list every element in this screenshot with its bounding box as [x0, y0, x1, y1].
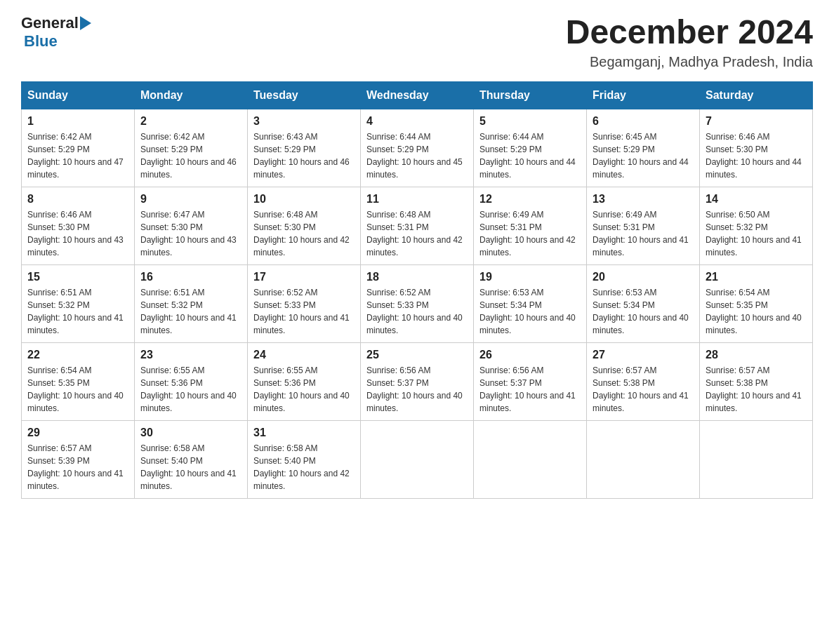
- calendar-day-cell: 20Sunrise: 6:53 AMSunset: 5:34 PMDayligh…: [587, 264, 700, 342]
- day-info: Sunrise: 6:51 AMSunset: 5:32 PMDaylight:…: [140, 286, 241, 337]
- day-info: Sunrise: 6:57 AMSunset: 5:39 PMDaylight:…: [27, 442, 128, 492]
- calendar-day-cell: 27Sunrise: 6:57 AMSunset: 5:38 PMDayligh…: [587, 342, 700, 420]
- calendar-day-cell: 24Sunrise: 6:55 AMSunset: 5:36 PMDayligh…: [248, 342, 361, 420]
- day-info: Sunrise: 6:45 AMSunset: 5:29 PMDaylight:…: [593, 130, 694, 181]
- day-number: 6: [593, 115, 694, 128]
- day-info: Sunrise: 6:43 AMSunset: 5:29 PMDaylight:…: [253, 130, 355, 181]
- calendar-week-row: 8Sunrise: 6:46 AMSunset: 5:30 PMDaylight…: [22, 187, 813, 264]
- day-info: Sunrise: 6:56 AMSunset: 5:37 PMDaylight:…: [479, 364, 581, 415]
- day-info: Sunrise: 6:53 AMSunset: 5:34 PMDaylight:…: [593, 286, 694, 337]
- day-info: Sunrise: 6:52 AMSunset: 5:33 PMDaylight:…: [366, 286, 468, 337]
- calendar-day-cell: 3Sunrise: 6:43 AMSunset: 5:29 PMDaylight…: [248, 109, 361, 187]
- day-number: 25: [366, 349, 468, 361]
- calendar-day-cell: 25Sunrise: 6:56 AMSunset: 5:37 PMDayligh…: [361, 342, 474, 420]
- weekday-header-monday: Monday: [135, 81, 248, 109]
- calendar-day-cell: 13Sunrise: 6:49 AMSunset: 5:31 PMDayligh…: [587, 187, 700, 264]
- day-info: Sunrise: 6:49 AMSunset: 5:31 PMDaylight:…: [593, 208, 694, 259]
- weekday-header-saturday: Saturday: [700, 81, 813, 109]
- day-number: 29: [27, 427, 128, 439]
- day-info: Sunrise: 6:52 AMSunset: 5:33 PMDaylight:…: [253, 286, 355, 337]
- page-header: General Blue December 2024 Begamganj, Ma…: [21, 14, 813, 70]
- day-info: Sunrise: 6:47 AMSunset: 5:30 PMDaylight:…: [140, 208, 241, 259]
- weekday-header-wednesday: Wednesday: [361, 81, 474, 109]
- calendar-day-cell: 31Sunrise: 6:58 AMSunset: 5:40 PMDayligh…: [248, 420, 361, 498]
- calendar-day-cell: 29Sunrise: 6:57 AMSunset: 5:39 PMDayligh…: [22, 420, 135, 498]
- day-number: 9: [140, 193, 241, 206]
- day-number: 28: [706, 349, 807, 361]
- calendar-day-cell: 15Sunrise: 6:51 AMSunset: 5:32 PMDayligh…: [22, 264, 135, 342]
- calendar-day-cell: 23Sunrise: 6:55 AMSunset: 5:36 PMDayligh…: [135, 342, 248, 420]
- logo-triangle-icon: [80, 16, 91, 30]
- calendar-day-cell: 17Sunrise: 6:52 AMSunset: 5:33 PMDayligh…: [248, 264, 361, 342]
- day-info: Sunrise: 6:44 AMSunset: 5:29 PMDaylight:…: [479, 130, 581, 181]
- day-info: Sunrise: 6:49 AMSunset: 5:31 PMDaylight:…: [479, 208, 581, 259]
- day-number: 16: [140, 271, 241, 283]
- day-number: 4: [366, 115, 468, 128]
- day-info: Sunrise: 6:57 AMSunset: 5:38 PMDaylight:…: [706, 364, 807, 415]
- day-info: Sunrise: 6:57 AMSunset: 5:38 PMDaylight:…: [593, 364, 694, 415]
- calendar-week-row: 1Sunrise: 6:42 AMSunset: 5:29 PMDaylight…: [22, 109, 813, 187]
- calendar-day-cell: 7Sunrise: 6:46 AMSunset: 5:30 PMDaylight…: [700, 109, 813, 187]
- calendar-day-cell: 18Sunrise: 6:52 AMSunset: 5:33 PMDayligh…: [361, 264, 474, 342]
- weekday-header-sunday: Sunday: [22, 81, 135, 109]
- day-info: Sunrise: 6:51 AMSunset: 5:32 PMDaylight:…: [27, 286, 128, 337]
- day-info: Sunrise: 6:44 AMSunset: 5:29 PMDaylight:…: [366, 130, 468, 181]
- day-number: 18: [366, 271, 468, 283]
- day-info: Sunrise: 6:58 AMSunset: 5:40 PMDaylight:…: [140, 442, 241, 492]
- day-number: 2: [140, 115, 241, 128]
- day-number: 24: [253, 349, 355, 361]
- calendar-day-cell: 22Sunrise: 6:54 AMSunset: 5:35 PMDayligh…: [22, 342, 135, 420]
- day-number: 14: [706, 193, 807, 206]
- calendar-day-cell: 19Sunrise: 6:53 AMSunset: 5:34 PMDayligh…: [474, 264, 587, 342]
- logo: General Blue: [21, 14, 91, 51]
- calendar-day-cell: 8Sunrise: 6:46 AMSunset: 5:30 PMDaylight…: [22, 187, 135, 264]
- empty-cell: [700, 420, 813, 498]
- calendar-day-cell: 6Sunrise: 6:45 AMSunset: 5:29 PMDaylight…: [587, 109, 700, 187]
- day-number: 17: [253, 271, 355, 283]
- logo-general-text: General: [21, 14, 79, 32]
- day-number: 21: [706, 271, 807, 283]
- day-info: Sunrise: 6:46 AMSunset: 5:30 PMDaylight:…: [706, 130, 807, 181]
- day-info: Sunrise: 6:54 AMSunset: 5:35 PMDaylight:…: [27, 364, 128, 415]
- calendar-day-cell: 2Sunrise: 6:42 AMSunset: 5:29 PMDaylight…: [135, 109, 248, 187]
- calendar-day-cell: 11Sunrise: 6:48 AMSunset: 5:31 PMDayligh…: [361, 187, 474, 264]
- day-info: Sunrise: 6:53 AMSunset: 5:34 PMDaylight:…: [479, 286, 581, 337]
- day-info: Sunrise: 6:54 AMSunset: 5:35 PMDaylight:…: [706, 286, 807, 337]
- weekday-header-friday: Friday: [587, 81, 700, 109]
- calendar-day-cell: 14Sunrise: 6:50 AMSunset: 5:32 PMDayligh…: [700, 187, 813, 264]
- calendar-day-cell: 4Sunrise: 6:44 AMSunset: 5:29 PMDaylight…: [361, 109, 474, 187]
- day-info: Sunrise: 6:42 AMSunset: 5:29 PMDaylight:…: [27, 130, 128, 181]
- title-area: December 2024 Begamganj, Madhya Pradesh,…: [566, 14, 813, 70]
- calendar-day-cell: 16Sunrise: 6:51 AMSunset: 5:32 PMDayligh…: [135, 264, 248, 342]
- calendar-day-cell: 21Sunrise: 6:54 AMSunset: 5:35 PMDayligh…: [700, 264, 813, 342]
- calendar-week-row: 29Sunrise: 6:57 AMSunset: 5:39 PMDayligh…: [22, 420, 813, 498]
- day-number: 3: [253, 115, 355, 128]
- day-info: Sunrise: 6:42 AMSunset: 5:29 PMDaylight:…: [140, 130, 241, 181]
- month-title: December 2024: [566, 14, 813, 51]
- empty-cell: [474, 420, 587, 498]
- calendar-day-cell: 9Sunrise: 6:47 AMSunset: 5:30 PMDaylight…: [135, 187, 248, 264]
- day-number: 11: [366, 193, 468, 206]
- calendar-day-cell: 28Sunrise: 6:57 AMSunset: 5:38 PMDayligh…: [700, 342, 813, 420]
- day-number: 5: [479, 115, 581, 128]
- calendar-day-cell: 26Sunrise: 6:56 AMSunset: 5:37 PMDayligh…: [474, 342, 587, 420]
- weekday-header-row: SundayMondayTuesdayWednesdayThursdayFrid…: [22, 81, 813, 109]
- calendar-day-cell: 5Sunrise: 6:44 AMSunset: 5:29 PMDaylight…: [474, 109, 587, 187]
- day-number: 7: [706, 115, 807, 128]
- day-number: 31: [253, 427, 355, 439]
- day-info: Sunrise: 6:50 AMSunset: 5:32 PMDaylight:…: [706, 208, 807, 259]
- calendar-day-cell: 12Sunrise: 6:49 AMSunset: 5:31 PMDayligh…: [474, 187, 587, 264]
- day-number: 19: [479, 271, 581, 283]
- empty-cell: [587, 420, 700, 498]
- day-number: 26: [479, 349, 581, 361]
- empty-cell: [361, 420, 474, 498]
- day-number: 30: [140, 427, 241, 439]
- day-number: 12: [479, 193, 581, 206]
- calendar-day-cell: 10Sunrise: 6:48 AMSunset: 5:30 PMDayligh…: [248, 187, 361, 264]
- location-subtitle: Begamganj, Madhya Pradesh, India: [566, 54, 813, 70]
- day-info: Sunrise: 6:58 AMSunset: 5:40 PMDaylight:…: [253, 442, 355, 492]
- day-info: Sunrise: 6:48 AMSunset: 5:31 PMDaylight:…: [366, 208, 468, 259]
- day-info: Sunrise: 6:55 AMSunset: 5:36 PMDaylight:…: [140, 364, 241, 415]
- day-number: 20: [593, 271, 694, 283]
- day-number: 22: [27, 349, 128, 361]
